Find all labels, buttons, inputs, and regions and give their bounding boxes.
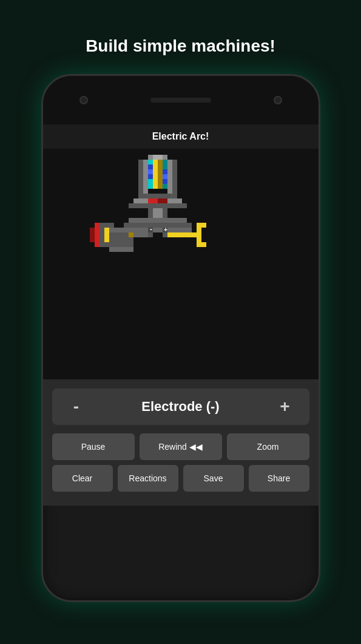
selector-element-name: Electrode (-) <box>141 399 219 415</box>
pause-button[interactable]: Pause <box>52 433 135 460</box>
speaker-bar <box>150 98 211 103</box>
controls-row-2: Clear Reactions Save Share <box>52 465 309 492</box>
clear-button[interactable]: Clear <box>52 465 113 492</box>
selector-minus-button[interactable]: - <box>64 397 89 416</box>
control-panel: - Electrode (-) + Pause Rewind ◀◀ Zoom C… <box>43 379 319 506</box>
power-button[interactable] <box>319 258 320 294</box>
phone-frame: Electric Arc! - Electrode (-) + Pause Re… <box>41 74 320 602</box>
selector-plus-button[interactable]: + <box>272 397 297 416</box>
phone-top-bar <box>43 76 319 124</box>
camera-right <box>274 96 282 104</box>
reactions-button[interactable]: Reactions <box>118 465 178 492</box>
game-canvas <box>90 155 272 373</box>
status-bar: Electric Arc! <box>43 124 319 149</box>
zoom-button[interactable]: Zoom <box>227 433 309 460</box>
screen-title: Electric Arc! <box>152 131 209 142</box>
save-button[interactable]: Save <box>183 465 244 492</box>
page-title: Build simple machines! <box>86 36 275 56</box>
share-button[interactable]: Share <box>249 465 309 492</box>
controls-row-1: Pause Rewind ◀◀ Zoom <box>52 433 309 460</box>
element-selector: - Electrode (-) + <box>52 388 309 425</box>
rewind-button[interactable]: Rewind ◀◀ <box>140 433 222 460</box>
canvas-wrapper <box>43 149 319 379</box>
camera-left <box>79 96 88 104</box>
game-area[interactable] <box>43 149 319 379</box>
